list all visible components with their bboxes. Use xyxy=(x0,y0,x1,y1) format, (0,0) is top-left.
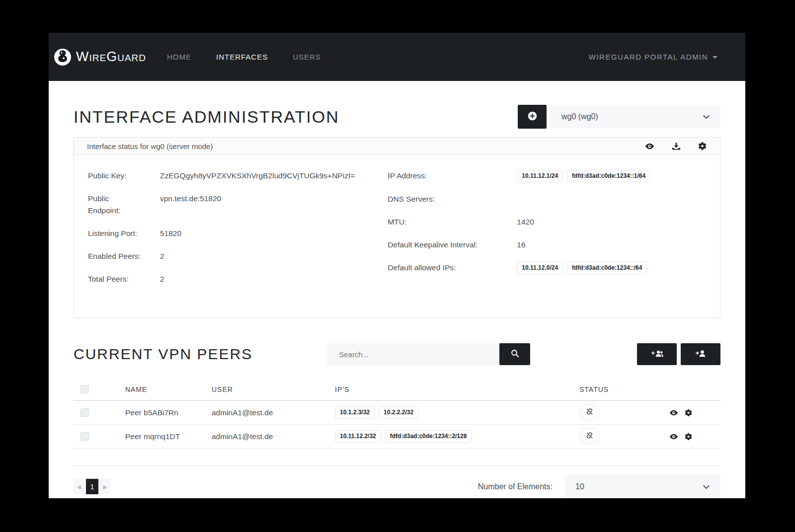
peers-table: NAME USER IP'S STATUS Peer b5ABi7Rn admi… xyxy=(74,378,720,466)
gear-icon[interactable] xyxy=(684,409,693,417)
peers-section-title: CURRENT VPN PEERS xyxy=(74,346,252,363)
enabled-peers-value: 2 xyxy=(160,250,164,262)
column-header-user: USER xyxy=(212,385,335,393)
nav-item-home[interactable]: HOME xyxy=(167,53,191,61)
wireguard-dragon-icon xyxy=(54,48,72,66)
peer-name: Peer mqrnq1DT xyxy=(101,432,212,441)
total-peers-row: Total Peers: 2 xyxy=(88,273,388,285)
row-checkbox[interactable] xyxy=(80,408,89,417)
keepalive-value: 16 xyxy=(517,239,525,251)
pagination-prev[interactable]: « xyxy=(74,479,86,494)
public-key-value: ZzEGQgyh8yVPZXVKSXhVrgB2lud9CVjTUGk9s+NP… xyxy=(160,170,355,182)
allowed-ips-row: Default allowed IPs: 10.11.12.0/24 fdfd:… xyxy=(388,262,706,274)
link-slash-icon xyxy=(585,407,594,418)
peer-user: adminA1@test.de xyxy=(212,432,335,441)
search-input[interactable] xyxy=(327,343,499,365)
search-button[interactable] xyxy=(499,343,530,365)
interface-details-right: IP Address: 10.11.12.1/24 fdfd:d3ad:c0de… xyxy=(388,170,706,296)
nav-links: HOME INTERFACES USERS xyxy=(167,53,321,61)
user-menu-dropdown[interactable]: WIREGUARD PORTAL ADMIN xyxy=(589,53,717,61)
nav-item-users[interactable]: USERS xyxy=(293,53,321,61)
ip-badge: fdfd:d3ad:c0de:1234::/64 xyxy=(567,262,647,274)
field-label: Total Peers: xyxy=(88,273,160,285)
eye-icon[interactable] xyxy=(669,409,679,417)
brand-name: WireGuard xyxy=(76,49,146,65)
total-peers-value: 2 xyxy=(160,273,164,285)
interface-status-card-header: Interface status for wg0 (server mode) xyxy=(74,138,720,155)
field-label: Enabled Peers: xyxy=(88,250,160,262)
ip-badge: fdfd:d3ad:c0de:1234::1/64 xyxy=(567,170,650,182)
interface-status-title: Interface status for wg0 (server mode) xyxy=(87,142,213,151)
table-header-row: NAME USER IP'S STATUS xyxy=(74,378,720,401)
ip-badge: 10.11.12.0/24 xyxy=(517,262,563,274)
download-icon[interactable] xyxy=(672,142,681,151)
listening-port-value: 51820 xyxy=(160,228,181,239)
navbar: WireGuard HOME INTERFACES USERS WIREGUAR… xyxy=(49,33,745,81)
status-badge xyxy=(579,404,600,421)
field-label: Default Keepalive Interval: xyxy=(388,239,517,251)
pagination-next[interactable]: » xyxy=(98,479,111,494)
add-multiple-peers-button[interactable] xyxy=(637,343,677,365)
pagination-page-1[interactable]: 1 xyxy=(86,479,98,494)
mtu-row: MTU: 1420 xyxy=(388,216,706,228)
public-key-row: Public Key: ZzEGQgyh8yVPZXVKSXhVrgB2lud9… xyxy=(88,170,388,182)
search-icon xyxy=(511,349,519,359)
table-row: Peer b5ABi7Rn adminA1@test.de 10.1.2.3/3… xyxy=(74,401,720,425)
ip-badge: 10.2.2.2/32 xyxy=(379,406,418,419)
interface-details-left: Public Key: ZzEGQgyh8yVPZXVKSXhVrgB2lud9… xyxy=(88,170,388,296)
column-header-ips: IP'S xyxy=(335,385,579,393)
public-endpoint-row: Public Endpoint: vpn.test.de:51820 xyxy=(88,193,388,217)
gear-icon[interactable] xyxy=(698,142,707,151)
ip-badge: fdfd:d3ad:c0de:1234::2/128 xyxy=(385,430,472,443)
field-label: Public Endpoint: xyxy=(88,193,160,217)
interface-select-value: wg0 (wg0) xyxy=(561,112,598,121)
field-label: Public Key: xyxy=(88,170,160,182)
field-label: Default allowed IPs: xyxy=(388,262,517,274)
field-label: IP Address: xyxy=(388,170,517,182)
add-interface-button[interactable] xyxy=(518,105,547,129)
ip-address-row: IP Address: 10.11.12.1/24 fdfd:d3ad:c0de… xyxy=(388,170,706,182)
user-menu-label: WIREGUARD PORTAL ADMIN xyxy=(589,53,708,61)
link-slash-icon xyxy=(585,431,594,442)
field-label: MTU: xyxy=(388,216,517,228)
eye-icon[interactable] xyxy=(644,142,655,151)
elements-per-page-select[interactable]: 10 xyxy=(564,475,720,498)
select-all-checkbox[interactable] xyxy=(80,385,89,393)
add-user-icon xyxy=(695,349,706,360)
brand[interactable]: WireGuard xyxy=(54,48,146,66)
ip-badge: 10.11.12.2/32 xyxy=(335,430,381,443)
row-checkbox[interactable] xyxy=(80,432,89,441)
table-row: Peer mqrnq1DT adminA1@test.de 10.11.12.2… xyxy=(74,425,720,449)
elements-per-page-label: Number of Elements: xyxy=(478,482,553,491)
eye-icon[interactable] xyxy=(669,433,679,441)
listening-port-row: Listening Port: 51820 xyxy=(88,228,388,239)
chevron-down-icon xyxy=(703,482,710,491)
field-label: Listening Port: xyxy=(88,228,160,239)
table-end-divider xyxy=(74,449,720,466)
status-badge xyxy=(579,428,600,445)
chevron-down-icon xyxy=(703,112,710,121)
peer-name: Peer b5ABi7Rn xyxy=(101,408,212,417)
public-endpoint-value: vpn.test.de:51820 xyxy=(160,193,221,217)
ip-badge: 10.11.12.1/24 xyxy=(517,170,563,182)
column-header-name: NAME xyxy=(101,385,212,393)
column-header-status: STATUS xyxy=(579,385,649,393)
peer-user: adminA1@test.de xyxy=(212,408,335,417)
add-peer-button[interactable] xyxy=(681,343,720,365)
mtu-value: 1420 xyxy=(517,216,534,228)
pagination: « 1 » xyxy=(74,479,111,494)
plus-circle-icon xyxy=(528,111,537,122)
peer-search xyxy=(327,343,530,365)
dns-servers-row: DNS Servers: xyxy=(388,193,706,205)
nav-item-interfaces[interactable]: INTERFACES xyxy=(216,53,268,61)
interface-select[interactable]: wg0 (wg0) xyxy=(551,105,720,129)
elements-per-page-value: 10 xyxy=(575,482,584,491)
gear-icon[interactable] xyxy=(684,433,693,441)
app-window: WireGuard HOME INTERFACES USERS WIREGUAR… xyxy=(49,33,745,498)
page-title: INTERFACE ADMINISTRATION xyxy=(74,107,339,127)
add-users-icon xyxy=(651,349,663,360)
keepalive-row: Default Keepalive Interval: 16 xyxy=(388,239,706,251)
ip-badge: 10.1.2.3/32 xyxy=(335,406,375,419)
field-label: DNS Servers: xyxy=(388,193,517,205)
caret-down-icon xyxy=(713,56,717,59)
